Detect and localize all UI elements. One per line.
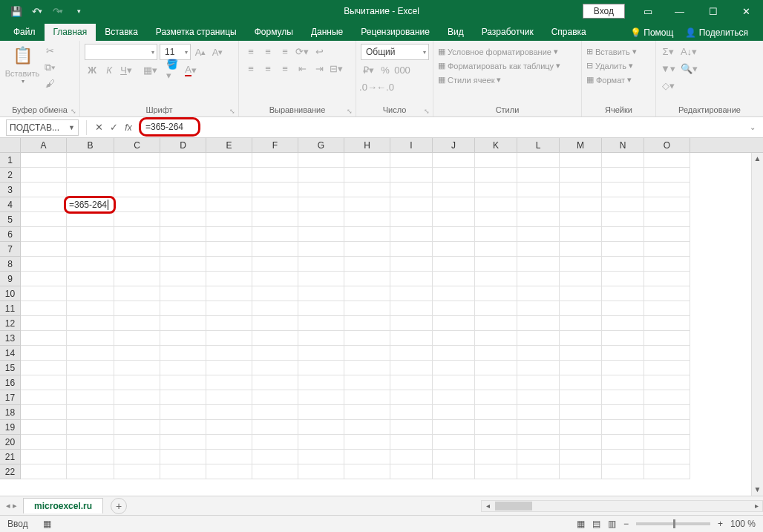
cell[interactable] [21,316,67,331]
vertical-scrollbar[interactable]: ▲ ▼ [751,153,763,496]
save-icon[interactable]: 💾 [7,3,25,19]
cell[interactable] [206,435,252,450]
cell[interactable] [344,183,390,197]
cell[interactable] [114,316,160,331]
cell[interactable] [644,331,690,346]
cell[interactable] [433,405,475,420]
cell[interactable] [344,212,390,227]
cell[interactable] [390,346,433,361]
cell[interactable] [67,286,114,301]
cell[interactable] [21,435,67,450]
column-header[interactable]: D [160,138,206,152]
cell[interactable] [160,286,206,301]
cell[interactable] [644,435,690,450]
cell[interactable] [298,227,344,242]
horizontal-scrollbar[interactable]: ◂ ▸ [481,500,763,512]
cell[interactable] [160,316,206,331]
cell[interactable] [344,257,390,272]
cell[interactable] [298,183,344,197]
expand-formula-bar-icon[interactable]: ⌄ [750,123,763,131]
cell[interactable] [390,227,433,242]
cell[interactable] [21,227,67,242]
cell[interactable] [67,346,114,361]
wrap-text-icon[interactable]: ↩ [312,44,327,59]
number-format-combo[interactable]: Общий▾ [361,44,429,60]
cell[interactable] [67,242,114,257]
cell[interactable] [475,301,517,316]
cell[interactable] [433,197,475,212]
cell[interactable] [517,257,560,272]
clear-icon[interactable]: ◇▾ [661,78,675,93]
cell[interactable] [390,197,433,212]
cell[interactable] [298,346,344,361]
insert-function-icon[interactable]: fx [121,120,136,135]
cell[interactable] [602,197,644,212]
cell[interactable] [560,450,602,464]
cell[interactable] [644,361,690,375]
align-bottom-icon[interactable]: ≡ [278,44,292,59]
column-header[interactable]: I [390,138,433,152]
select-all-corner[interactable] [0,138,21,152]
cell[interactable] [602,286,644,301]
row-header[interactable]: 7 [0,242,21,257]
cell[interactable] [114,257,160,272]
column-header[interactable]: O [644,138,690,152]
cell[interactable] [298,420,344,435]
cell[interactable] [298,405,344,420]
cell[interactable] [517,197,560,212]
new-sheet-button[interactable]: + [111,498,127,514]
cell[interactable] [298,435,344,450]
cell[interactable] [602,212,644,227]
row-header[interactable]: 14 [0,346,21,361]
column-header[interactable]: L [517,138,560,152]
cell[interactable] [517,420,560,435]
row-header[interactable]: 21 [0,450,21,464]
cell[interactable] [517,286,560,301]
cell[interactable] [114,331,160,346]
cell[interactable] [114,435,160,450]
cell[interactable] [433,183,475,197]
cell[interactable] [602,464,644,479]
tab-page-layout[interactable]: Разметка страницы [147,24,246,41]
cell[interactable] [21,375,67,390]
cell[interactable] [160,168,206,183]
cell[interactable] [114,390,160,405]
cell[interactable] [344,331,390,346]
format-cells-button[interactable]: ▦ Формат ▾ [586,75,637,85]
sort-filter-icon[interactable]: A↓▾ [678,44,700,59]
align-middle-icon[interactable]: ≡ [261,44,275,59]
cell[interactable] [433,420,475,435]
cell[interactable] [298,450,344,464]
cell[interactable] [160,435,206,450]
scroll-right-icon[interactable]: ▸ [750,502,762,510]
cell[interactable] [160,212,206,227]
cell[interactable] [644,301,690,316]
cell[interactable] [390,390,433,405]
cancel-formula-icon[interactable]: ✕ [91,120,106,135]
row-header[interactable]: 11 [0,301,21,316]
cell[interactable] [21,390,67,405]
cell[interactable] [160,242,206,257]
cell[interactable] [252,183,298,197]
cell[interactable] [602,331,644,346]
cell[interactable] [160,257,206,272]
column-header[interactable]: C [114,138,160,152]
cell[interactable] [160,227,206,242]
cell[interactable] [433,168,475,183]
column-header[interactable]: N [602,138,644,152]
cell[interactable] [602,435,644,450]
cell[interactable] [21,153,67,168]
cell[interactable] [390,183,433,197]
cell[interactable] [114,405,160,420]
cell[interactable] [206,286,252,301]
cell[interactable] [390,361,433,375]
cell[interactable] [114,301,160,316]
cell[interactable] [114,361,160,375]
page-layout-view-icon[interactable]: ▤ [592,519,600,529]
cell[interactable] [344,242,390,257]
cell[interactable] [644,390,690,405]
cell[interactable] [252,375,298,390]
cell[interactable] [160,375,206,390]
cell[interactable] [390,212,433,227]
cell[interactable] [475,183,517,197]
